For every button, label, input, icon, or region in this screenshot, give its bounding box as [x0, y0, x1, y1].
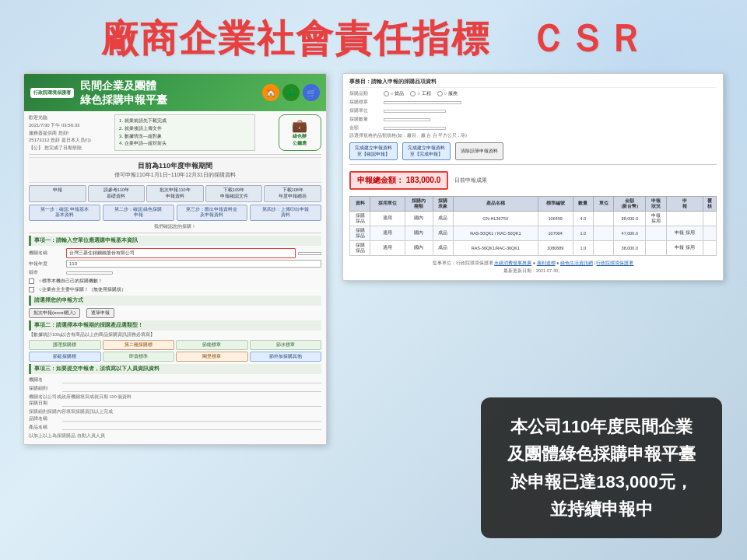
footer-link-1[interactable]: 永績消費發展推廣 [494, 261, 531, 265]
pf-detail: 採購細則 [29, 385, 321, 392]
cert-row: 採購標章 [349, 99, 717, 106]
confirm-btn[interactable]: 完成建立申報資料 至【確認申報】 [349, 142, 398, 160]
th-qty: 數量 [573, 196, 593, 211]
addr-value[interactable] [66, 271, 113, 275]
radio1-row: ○標準本機自己己的採購機數！ [29, 278, 321, 285]
radio1-box[interactable] [29, 278, 34, 284]
q2-note: 【數據統計100g以含有商品以上的商品採購資訊請務必填寫】 [29, 332, 321, 338]
step-nav-4[interactable]: 第四步：上傳印出申報 資料 [250, 205, 321, 221]
pf-label-3: 採購日期 [29, 400, 60, 407]
footer-link-4[interactable]: 行政院環境保護署 [596, 261, 633, 265]
amount-highlight-label: 申報總金額： [357, 176, 404, 184]
user-date: 2021/7/30 下午 03:56:33 [29, 122, 91, 130]
complete-btn[interactable]: 完成建立申報資料 至【完成申報】 [402, 142, 451, 160]
pf-val-2[interactable] [62, 386, 321, 392]
cat-4[interactable]: 節水標章 [250, 340, 322, 350]
step-3: 批次申報110年 申報資料 [146, 185, 204, 201]
step-5: 下載108年 年度申報總括 [264, 185, 321, 201]
pf-label-4: 品牌名稱 [29, 415, 60, 422]
header-title-line2: 綠色採購申報平臺 [80, 93, 167, 107]
right-form-section: 事務目：請輸入申報的採購品項資料 採購品類 ○ 貨品 ○ 工程 [349, 79, 717, 138]
pf-val-3[interactable] [62, 401, 321, 407]
step-nav: 第一步：確認 申報基本 基本資料 第二步：確認 綠色採購 申報 第三步：匯出申報… [29, 205, 321, 221]
radio-services[interactable]: ○ 服務 [437, 90, 458, 97]
cat-2[interactable]: 第二種採購標 [103, 340, 175, 350]
radio-goods-btn[interactable] [384, 91, 389, 96]
tree-icon: 🌲 [282, 84, 300, 101]
right-form-title: 事務目：請輸入申報的採購品項資料 [349, 79, 717, 88]
notice-item-2: 2. 就業後請上傳文件 [119, 125, 250, 133]
table-row: 採購 採品 適用 國內 成品 RAS-36QK1/RAC-36QK1 10806… [350, 240, 717, 255]
step-nav-2[interactable]: 第二步：確認 綠色採購 申報 [103, 205, 174, 221]
title-bar: 廠商企業社會責任指標 ＣＳＲ [0, 0, 747, 73]
th-code: 標準編號 [538, 196, 573, 211]
action-buttons: 完成建立申報資料 至【確認申報】 完成建立申報資料 至【完成申報】 清除話筆申報… [349, 142, 717, 160]
result-title: 日前申報成果 [454, 177, 487, 184]
step-nav-3[interactable]: 第三步：匯出申報資料金 及申報資料 [177, 205, 248, 221]
td-status-3 [646, 240, 666, 255]
qty-field[interactable] [384, 118, 430, 121]
footer-link-3[interactable]: 綠色生活資訊網 [560, 261, 593, 265]
pf-val-1[interactable] [62, 377, 321, 383]
step-nav-1[interactable]: 第一步：確認 申報基本 基本資料 [29, 205, 100, 221]
radio-goods-label: ○ 貨品 [391, 90, 404, 97]
single-submit-btn[interactable]: 逐筆申報 [86, 308, 114, 318]
header-icons: 🏠 🌲 🛒 [262, 84, 320, 101]
divider-2 [29, 233, 321, 233]
unit-field[interactable] [384, 110, 446, 113]
td-price-2: 47,000.0 [614, 226, 646, 240]
period-section: 目前為110年度申報期間 僅可申報110年1月1日~110年12月31日的採購資… [29, 157, 321, 183]
td-price-1: 98,000.0 [614, 211, 646, 226]
td-qty-1: 4.0 [573, 211, 593, 226]
notice-box: 1. 就業前請先下載完成 2. 就業後請上傳文件 3. 數據情況—超對象 4. … [114, 114, 254, 150]
submit-section-title: 請選擇您的申報方式 [29, 296, 321, 306]
radio2-box[interactable] [29, 287, 34, 292]
year-value[interactable]: 110 [66, 260, 321, 268]
period-subtitle: 僅可申報110年1月1日~110年12月31日的採購資料 [32, 171, 318, 179]
td-qty-3: 1.0 [573, 240, 593, 255]
cat-8[interactable]: 節外加採購其他 [250, 352, 322, 362]
clear-btn[interactable]: 清除話筆申報資料 [455, 142, 503, 160]
th-type: 資料 [350, 196, 370, 211]
th-uom: 單位 [593, 196, 613, 211]
company-value[interactable]: 台灣三菱住銷鋼鐵股份有限公司 [66, 248, 296, 258]
header-title-line1: 民間企業及團體 [80, 79, 167, 93]
user-note: 【公】 您完成了日期登陸 [29, 145, 91, 152]
excel-submit-btn[interactable]: 批次申報(excel匯入) [29, 308, 80, 318]
pf-val-5[interactable] [62, 424, 321, 430]
cat-7[interactable]: 閣里標章 [176, 352, 248, 362]
result-section: 資料 採用單位 採購內 種類 採購 表象 產品名稱 標準編號 數量 單位 金額 … [349, 196, 717, 256]
cert-field[interactable] [384, 101, 461, 104]
pf-brand: 品牌名稱 [29, 415, 321, 422]
th-price: 金額 (新台幣) [614, 196, 646, 211]
company-extra[interactable] [298, 252, 321, 255]
step-4: 下載109年 申報確認文件 [205, 185, 263, 201]
th-unit: 採用單位 [370, 196, 405, 211]
radio-engineering[interactable]: ○ 工程 [410, 90, 430, 97]
doc-body: 歡迎光臨 2021/7/30 下午 03:56:33 服務器提供商 您好! 25… [24, 111, 326, 443]
td-product-1: GN-HL3675V [453, 211, 538, 226]
cat-1[interactable]: 護理採購標 [29, 340, 101, 350]
td-cat-2: 國內 [405, 226, 433, 240]
td-code-1: 106459 [538, 211, 573, 226]
year-row: 申報年度 110 [29, 260, 321, 268]
notice-item-3: 3. 數據情況—超對象 [119, 133, 250, 141]
td-qty-2: 1.0 [573, 226, 593, 240]
cat-6[interactable]: 即資標準 [103, 352, 175, 362]
amount-field[interactable] [384, 127, 446, 130]
radio-eng-btn[interactable] [410, 91, 416, 96]
green-office-label: 綠色辦 公廳應 [284, 133, 316, 147]
th-subcat: 採購 表象 [433, 196, 453, 211]
radio-svc-btn[interactable] [437, 91, 443, 96]
th-col2: 覆 核 [703, 196, 716, 211]
cat-5[interactable]: 節延採購標 [29, 352, 101, 362]
step-2: 請參考110年 基礎資料 [88, 185, 146, 201]
footer-links: 監事單位：行政院環境保護署 永績消費發展推廣 ● 接到達標 ● 綠色生活資訊網 … [349, 260, 717, 275]
footer-link-2[interactable]: 接到達標 [537, 261, 556, 265]
radio2-row: ○企業自主主委中採購！（無使用採購規） [29, 286, 321, 293]
pf-val-4[interactable] [62, 415, 321, 422]
radio-goods[interactable]: ○ 貨品 [384, 90, 404, 97]
pf-label-5: 產品名稱 [29, 424, 60, 431]
cat-3[interactable]: 節能標章 [176, 340, 248, 350]
user-label: 歡迎光臨 [29, 114, 91, 122]
